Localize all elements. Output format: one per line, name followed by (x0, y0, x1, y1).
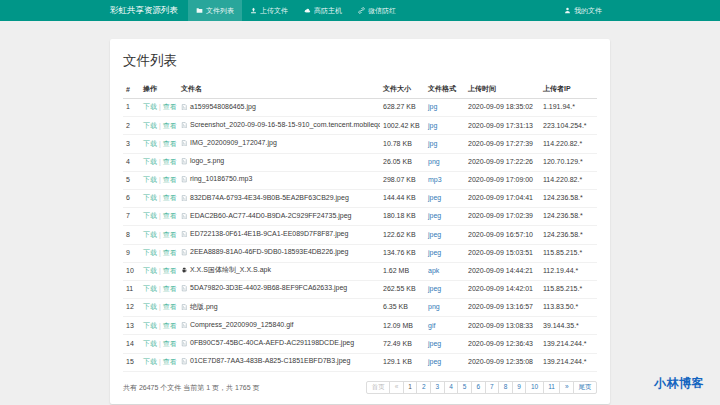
pagination-item[interactable]: 尾页 (573, 381, 597, 395)
format-link[interactable]: jpg (428, 122, 437, 129)
download-link[interactable]: 下载 (143, 158, 157, 165)
view-link[interactable]: 查看 (163, 358, 177, 365)
download-link[interactable]: 下载 (143, 322, 157, 329)
view-link[interactable]: 查看 (163, 140, 177, 147)
nav-item-file-list[interactable]: 文件列表 (188, 0, 242, 21)
file-size: 6.35 KB (380, 299, 425, 317)
action-separator: | (159, 158, 161, 165)
pagination-item[interactable]: 5 (457, 381, 472, 395)
nav-item-my-files[interactable]: 我的文件 (556, 0, 610, 21)
download-link[interactable]: 下载 (143, 231, 157, 238)
format-link[interactable]: jpeg (428, 194, 441, 201)
view-link[interactable]: 查看 (163, 303, 177, 310)
row-actions: 下载|查看 (140, 317, 178, 335)
pagination-item[interactable]: 首页 (366, 381, 390, 395)
pagination-item[interactable]: 9 (512, 381, 527, 395)
filename-cell: 2EEA8889-81A0-46FD-9DB0-18593E4DB226.jpe… (178, 244, 380, 262)
download-link[interactable]: 下载 (143, 176, 157, 183)
download-link[interactable]: 下载 (143, 103, 157, 110)
column-header: 上传时间 (465, 80, 540, 99)
view-link[interactable]: 查看 (163, 194, 177, 201)
nav-item-upload[interactable]: 上传文件 (242, 0, 296, 21)
format-link[interactable]: jpg (428, 140, 437, 147)
format-link[interactable]: jpeg (428, 358, 441, 365)
row-actions: 下载|查看 (140, 262, 178, 280)
download-link[interactable]: 下载 (143, 267, 157, 274)
pagination-item[interactable]: 10 (525, 381, 543, 395)
pagination-item[interactable]: 2 (416, 381, 431, 395)
site-logo[interactable]: 小林博客 (654, 375, 704, 392)
download-link[interactable]: 下载 (143, 358, 157, 365)
column-header: # (123, 80, 140, 99)
view-link[interactable]: 查看 (163, 322, 177, 329)
nav-item-host[interactable]: 高防主机 (296, 0, 350, 21)
file-size: 26.05 KB (380, 153, 425, 171)
nav-item-label: 文件列表 (206, 6, 234, 16)
uploader-ip: 114.220.82.* (540, 171, 597, 189)
download-link[interactable]: 下载 (143, 140, 157, 147)
uploader-ip: 112.19.44.* (540, 262, 597, 280)
view-link[interactable]: 查看 (163, 267, 177, 274)
file-icon (181, 104, 188, 111)
format-link[interactable]: png (428, 158, 440, 165)
pagination-item[interactable]: 7 (485, 381, 500, 395)
upload-time: 2020-09-09 17:22:26 (465, 153, 540, 171)
filename-text: 832DB74A-6793-4E34-9B0B-5EA2BF63CB29.jpe… (190, 194, 349, 203)
view-link[interactable]: 查看 (163, 103, 177, 110)
table-row: 13下载|查看Compress_20200909_125840.gif12.09… (123, 317, 597, 335)
view-link[interactable]: 查看 (163, 249, 177, 256)
pagination-item[interactable]: 4 (444, 381, 459, 395)
uploader-ip: 124.236.58.* (540, 226, 597, 244)
download-link[interactable]: 下载 (143, 122, 157, 129)
view-link[interactable]: 查看 (163, 158, 177, 165)
view-link[interactable]: 查看 (163, 212, 177, 219)
pagination-item[interactable]: 8 (498, 381, 513, 395)
filename-text: IMG_20200909_172047.jpg (190, 139, 277, 148)
format-link[interactable]: jpeg (428, 231, 441, 238)
pagination-item[interactable]: « (389, 381, 404, 395)
file-icon (181, 358, 188, 365)
view-link[interactable]: 查看 (163, 176, 177, 183)
brand[interactable]: 彩虹共享资源列表 (110, 0, 178, 21)
format-link[interactable]: apk (428, 267, 439, 274)
pagination-item[interactable]: 11 (543, 381, 561, 395)
file-table: #操作文件名文件大小文件格式上传时间上传者IP 1下载|查看a159954808… (123, 80, 597, 372)
download-link[interactable]: 下载 (143, 340, 157, 347)
table-row: 11下载|查看5DA79820-3D3E-4402-9B68-8EF9FCA62… (123, 280, 597, 298)
download-link[interactable]: 下载 (143, 194, 157, 201)
row-index: 9 (123, 244, 140, 262)
format-link[interactable]: png (428, 303, 440, 310)
table-row: 12下载|查看绝版.png6.35 KBpng2020-09-09 13:16:… (123, 299, 597, 317)
column-header: 文件名 (178, 80, 380, 99)
format-link[interactable]: jpeg (428, 249, 441, 256)
pagination-item[interactable]: 3 (430, 381, 445, 395)
upload-time: 2020-09-09 12:35:08 (465, 353, 540, 371)
file-format: jpg (425, 135, 465, 153)
file-icon (181, 231, 188, 238)
view-link[interactable]: 查看 (163, 340, 177, 347)
pagination-item[interactable]: » (559, 381, 574, 395)
table-row: 10下载|查看X.X.S国体绘制_X.X.S.apk1.62 MBapk2020… (123, 262, 597, 280)
filename-cell: ring_10186750.mp3 (178, 171, 380, 189)
download-link[interactable]: 下载 (143, 249, 157, 256)
file-size: 129.1 KB (380, 353, 425, 371)
format-link[interactable]: jpg (428, 103, 437, 110)
filename-text: Compress_20200909_125840.gif (190, 321, 294, 330)
download-link[interactable]: 下载 (143, 303, 157, 310)
view-link[interactable]: 查看 (163, 285, 177, 292)
download-link[interactable]: 下载 (143, 212, 157, 219)
nav-item-wechat[interactable]: 微信防红 (350, 0, 404, 21)
format-link[interactable]: jpeg (428, 285, 441, 292)
pagination-item[interactable]: 6 (471, 381, 486, 395)
format-link[interactable]: mp3 (428, 176, 442, 183)
filename-cell: 0FB90C57-45BC-40CA-AEFD-AC291198DCDE.jpe… (178, 335, 380, 353)
download-link[interactable]: 下载 (143, 285, 157, 292)
format-link[interactable]: jpeg (428, 212, 441, 219)
pagination-current-page[interactable]: 1 (403, 381, 418, 395)
file-format: jpeg (425, 353, 465, 371)
upload-time: 2020-09-09 16:57:10 (465, 226, 540, 244)
format-link[interactable]: jpeg (428, 340, 441, 347)
view-link[interactable]: 查看 (163, 231, 177, 238)
view-link[interactable]: 查看 (163, 122, 177, 129)
format-link[interactable]: gif (428, 322, 435, 329)
